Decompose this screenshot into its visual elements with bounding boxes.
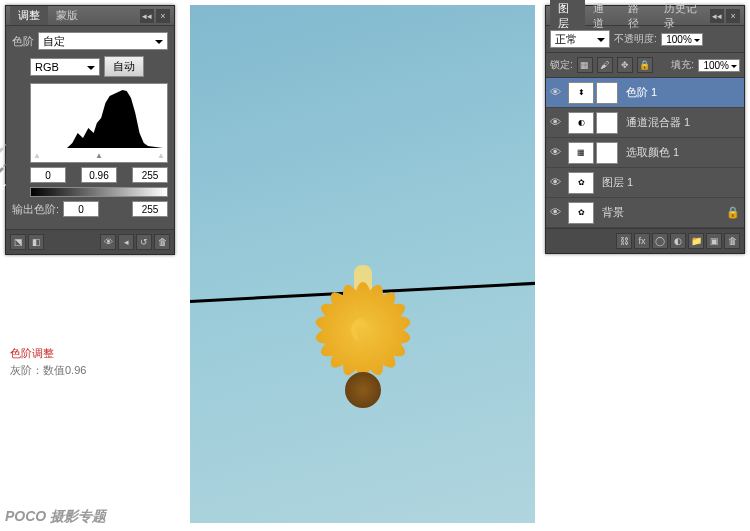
output-gradient[interactable] <box>30 187 168 197</box>
clip-icon[interactable]: ◧ <box>28 234 44 250</box>
layer-row[interactable]: 👁⬍色阶 1 <box>546 78 744 108</box>
tab-adjustments[interactable]: 调整 <box>10 6 48 25</box>
reset-icon[interactable]: ↺ <box>136 234 152 250</box>
layers-header: 图层 通道 路径 历史记录 ◂◂ × <box>546 6 744 26</box>
layers-footer: ⛓ fx ◯ ◐ 📁 ▣ 🗑 <box>546 228 744 253</box>
mask-icon[interactable]: ◯ <box>652 233 668 249</box>
tab-paths[interactable]: 路径 <box>620 0 655 33</box>
opacity-field[interactable]: 100% <box>661 33 703 46</box>
visibility-icon[interactable]: 👁 <box>550 206 564 220</box>
collapse-icon[interactable]: ◂◂ <box>710 9 724 23</box>
layer-name: 通道混合器 1 <box>626 115 690 130</box>
levels-label: 色阶 <box>12 34 34 49</box>
lock-transparency-icon[interactable]: ▦ <box>577 57 593 73</box>
collapse-icon[interactable]: ◂◂ <box>140 9 154 23</box>
slider-gray-icon[interactable]: ▲ <box>95 151 103 160</box>
flower <box>283 310 443 470</box>
channel-dropdown[interactable]: RGB <box>30 58 100 76</box>
lock-move-icon[interactable]: ✥ <box>617 57 633 73</box>
output-white-field[interactable] <box>132 201 168 217</box>
new-layer-icon[interactable]: ▣ <box>706 233 722 249</box>
annotation-line1: 色阶调整 <box>10 345 86 362</box>
eye-icon[interactable]: 👁 <box>100 234 116 250</box>
lock-all-icon[interactable]: 🔒 <box>637 57 653 73</box>
lock-icon: 🔒 <box>726 206 740 219</box>
opacity-label: 不透明度: <box>614 32 657 46</box>
annotation-text: 色阶调整 灰阶：数值0.96 <box>10 345 86 378</box>
preset-dropdown[interactable]: 自定 <box>38 32 168 50</box>
layer-name: 图层 1 <box>602 175 633 190</box>
tab-channels[interactable]: 通道 <box>585 0 620 33</box>
tab-layers[interactable]: 图层 <box>550 0 585 33</box>
layer-row[interactable]: 👁✿图层 1 <box>546 168 744 198</box>
tab-mask[interactable]: 蒙版 <box>48 6 86 25</box>
link-icon[interactable]: ⛓ <box>616 233 632 249</box>
layer-thumb: ⬍ <box>568 82 594 104</box>
auto-button[interactable]: 自动 <box>104 56 144 77</box>
layer-thumb: ◐ <box>568 112 594 134</box>
adjustments-panel: 调整 蒙版 ◂◂ × 色阶 自定 RGB 自动 <box>5 5 175 255</box>
output-black-field[interactable] <box>63 201 99 217</box>
input-black-field[interactable] <box>30 167 66 183</box>
group-icon[interactable]: 📁 <box>688 233 704 249</box>
layer-name: 色阶 1 <box>626 85 657 100</box>
layer-thumb: ▦ <box>568 142 594 164</box>
input-white-field[interactable] <box>132 167 168 183</box>
delete-icon[interactable]: 🗑 <box>724 233 740 249</box>
close-icon[interactable]: × <box>156 9 170 23</box>
slider-white-icon[interactable]: ▲ <box>157 151 165 160</box>
blend-mode-dropdown[interactable]: 正常 <box>550 30 610 48</box>
layer-mask-thumb <box>596 142 618 164</box>
close-icon[interactable]: × <box>726 9 740 23</box>
canvas-image <box>190 5 535 523</box>
trash-icon[interactable]: 🗑 <box>154 234 170 250</box>
fill-label: 填充: <box>671 58 694 72</box>
visibility-icon[interactable]: 👁 <box>550 86 564 100</box>
adjustment-icon[interactable]: ◐ <box>670 233 686 249</box>
layer-row[interactable]: 👁✿背景🔒 <box>546 198 744 228</box>
layer-thumb: ✿ <box>568 172 594 194</box>
output-levels-label: 输出色阶: <box>12 202 59 217</box>
prev-icon[interactable]: ◂ <box>118 234 134 250</box>
lock-paint-icon[interactable]: 🖌 <box>597 57 613 73</box>
layers-panel: 图层 通道 路径 历史记录 ◂◂ × 正常 不透明度: 100% 锁定: ▦ 🖌… <box>545 5 745 254</box>
adjustments-header: 调整 蒙版 ◂◂ × <box>6 6 174 26</box>
fx-icon[interactable]: fx <box>634 233 650 249</box>
layer-thumb: ✿ <box>568 202 594 224</box>
visibility-icon[interactable]: 👁 <box>550 116 564 130</box>
watermark: POCO 摄影专题 <box>5 508 106 526</box>
input-gray-field[interactable] <box>81 167 117 183</box>
slider-black-icon[interactable]: ▲ <box>33 151 41 160</box>
levels-icon[interactable]: ⬔ <box>10 234 26 250</box>
flower-center <box>345 372 381 408</box>
histogram: ▲ ▲ ▲ <box>30 83 168 163</box>
lock-label: 锁定: <box>550 58 573 72</box>
adjustments-footer: ⬔ ◧ 👁 ◂ ↺ 🗑 <box>6 229 174 254</box>
layer-mask-thumb <box>596 82 618 104</box>
eyedropper-black-icon[interactable] <box>0 141 8 155</box>
visibility-icon[interactable]: 👁 <box>550 176 564 190</box>
layer-name: 背景 <box>602 205 624 220</box>
fill-field[interactable]: 100% <box>698 59 740 72</box>
visibility-icon[interactable]: 👁 <box>550 146 564 160</box>
layer-name: 选取颜色 1 <box>626 145 679 160</box>
layer-row[interactable]: 👁▦选取颜色 1 <box>546 138 744 168</box>
eyedropper-gray-icon[interactable] <box>0 161 8 175</box>
layer-row[interactable]: 👁◐通道混合器 1 <box>546 108 744 138</box>
annotation-line2: 灰阶：数值0.96 <box>10 362 86 379</box>
layer-mask-thumb <box>596 112 618 134</box>
eyedropper-white-icon[interactable] <box>0 181 8 195</box>
tab-history[interactable]: 历史记录 <box>656 0 710 33</box>
